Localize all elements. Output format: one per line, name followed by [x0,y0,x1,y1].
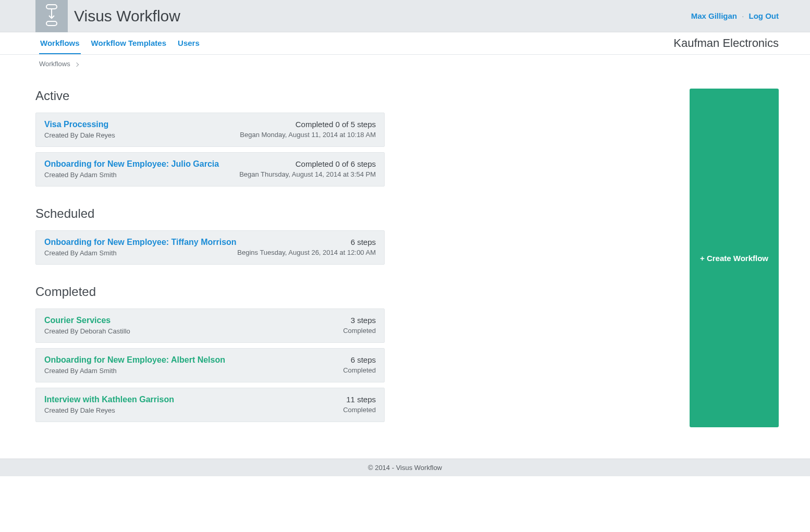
page-footer: © 2014 - Visus Workflow [0,459,810,476]
svg-rect-2 [46,21,57,26]
section-scheduled: Scheduled Onboarding for New Employee: T… [35,206,385,265]
workflow-created-by: Created By Adam Smith [44,249,237,257]
tab-users[interactable]: Users [177,32,201,54]
workflow-timing: Began Thursday, August 14, 2014 at 3:54 … [239,170,376,178]
header-user-area: Max Gilligan · Log Out [691,11,779,20]
workflow-status: Completed [343,327,376,335]
workflow-card[interactable]: Courier Services Created By Deborah Cast… [35,308,385,343]
workflow-title-link[interactable]: Visa Processing [44,120,108,129]
workflow-progress: Completed 0 of 5 steps [240,120,376,129]
top-header: Visus Workflow Max Gilligan · Log Out [0,0,810,32]
workflow-title-link[interactable]: Onboarding for New Employee: Tiffany Mor… [44,238,237,246]
chevron-right-icon [75,62,79,66]
svg-rect-0 [46,5,57,9]
breadcrumb: Workflows [0,55,810,68]
workflow-card[interactable]: Onboarding for New Employee: Julio Garci… [35,152,385,187]
workflow-progress: Completed 0 of 6 steps [239,159,376,168]
workflow-status: Completed [343,406,376,414]
tab-workflow-templates[interactable]: Workflow Templates [90,32,167,54]
section-title-scheduled: Scheduled [35,206,385,221]
workflow-card[interactable]: Onboarding for New Employee: Albert Nels… [35,348,385,382]
workflow-icon [43,4,60,29]
footer-text: © 2014 - Visus Workflow [368,464,442,472]
workflow-steps: 11 steps [343,395,376,404]
breadcrumb-item[interactable]: Workflows [39,60,70,68]
main-nav: Workflows Workflow Templates Users Kaufm… [0,32,810,55]
section-active: Active Visa Processing Created By Dale R… [35,89,385,187]
app-logo[interactable] [35,0,68,32]
workflow-status: Completed [343,366,376,374]
workflow-created-by: Created By Deborah Castillo [44,327,343,335]
workflow-created-by: Created By Adam Smith [44,367,343,375]
workflow-title-link[interactable]: Courier Services [44,316,111,325]
workflow-created-by: Created By Dale Reyes [44,131,240,139]
create-workflow-button[interactable]: + Create Workflow [690,89,779,427]
workflow-created-by: Created By Adam Smith [44,171,239,179]
section-completed: Completed Courier Services Created By De… [35,284,385,422]
workflow-title-link[interactable]: Interview with Kathleen Garrison [44,395,174,404]
header-separator: · [739,11,746,20]
tab-workflows[interactable]: Workflows [39,32,81,54]
workflow-steps: 6 steps [343,355,376,364]
workflow-title-link[interactable]: Onboarding for New Employee: Albert Nels… [44,355,225,364]
workflow-card[interactable]: Interview with Kathleen Garrison Created… [35,388,385,422]
section-title-completed: Completed [35,284,385,299]
workflow-steps: 3 steps [343,316,376,325]
logout-link[interactable]: Log Out [749,11,779,20]
workflow-created-by: Created By Dale Reyes [44,406,343,414]
workflow-card[interactable]: Visa Processing Created By Dale Reyes Co… [35,113,385,147]
section-title-active: Active [35,89,385,103]
current-user-link[interactable]: Max Gilligan [691,11,737,20]
workflow-timing: Began Monday, August 11, 2014 at 10:18 A… [240,131,376,139]
organization-name: Kaufman Electronics [673,36,779,50]
workflow-steps: 6 steps [237,238,376,246]
workflow-timing: Begins Tuesday, August 26, 2014 at 12:00… [237,249,376,256]
workflow-title-link[interactable]: Onboarding for New Employee: Julio Garci… [44,159,219,168]
app-title: Visus Workflow [74,7,180,25]
workflow-card[interactable]: Onboarding for New Employee: Tiffany Mor… [35,230,385,265]
